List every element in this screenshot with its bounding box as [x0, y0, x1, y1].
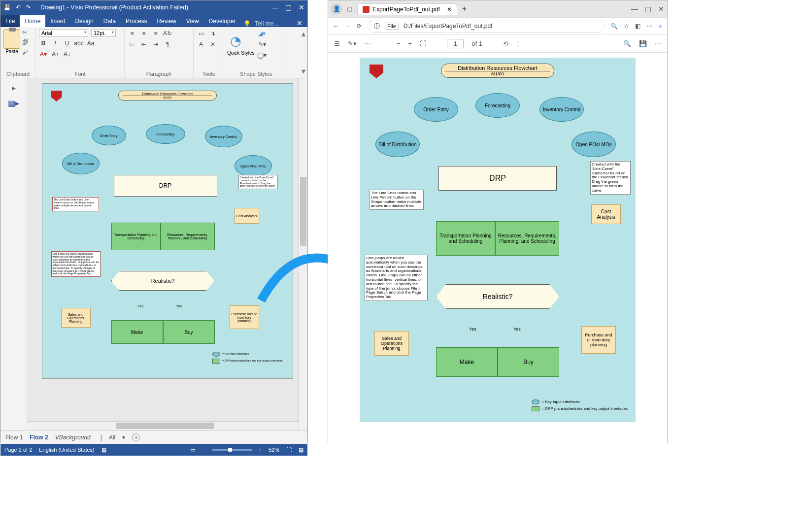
indent-inc-icon[interactable]: ⇥	[151, 40, 160, 49]
paste-button[interactable]: Paste	[3, 49, 20, 54]
shapes-expand-icon[interactable]: ▸	[12, 83, 16, 93]
tab-flow1[interactable]: Flow 1	[5, 434, 23, 441]
quick-styles-icon[interactable]: ◔	[227, 33, 244, 50]
font-name-select[interactable]: Arial	[39, 29, 88, 37]
tab-all[interactable]: All	[109, 434, 115, 441]
maximize-icon[interactable]: ▢	[645, 5, 651, 13]
browser-tab[interactable]: ExportPageToPdf_out.pdf ✕	[357, 3, 457, 15]
favorite-icon[interactable]: ☆	[624, 23, 629, 30]
quick-styles-button[interactable]: Quick Styles	[227, 50, 255, 56]
maximize-icon[interactable]: ▢	[285, 3, 292, 11]
horizontal-scrollbar[interactable]	[27, 421, 299, 430]
italic-button[interactable]: I	[51, 39, 60, 48]
tab-data[interactable]: Data	[99, 15, 121, 27]
align-bot-icon[interactable]: ≡	[151, 29, 160, 38]
presentation-icon[interactable]: ▭	[190, 447, 195, 453]
shrink-font-icon[interactable]: A↓	[63, 50, 71, 59]
split-icon[interactable]: ◧	[635, 23, 640, 30]
tab-insert[interactable]: Insert	[45, 15, 70, 27]
orient-icon[interactable]: A↻	[163, 29, 172, 38]
more-tools-icon[interactable]: ⋯	[365, 40, 371, 47]
para-icon[interactable]: ¶	[163, 40, 172, 49]
page-input[interactable]: 1	[447, 39, 464, 48]
new-tab-icon[interactable]: +	[462, 4, 467, 13]
line-button[interactable]: ✎▾	[258, 40, 267, 49]
rotate-icon[interactable]: ⟲	[503, 40, 508, 47]
tab-flow2[interactable]: Flow 2	[30, 434, 48, 441]
ribbon-collapse-icon[interactable]: ▴	[302, 29, 305, 38]
minimize-icon[interactable]: —	[631, 5, 638, 13]
copilot-icon[interactable]: ⟡	[658, 23, 662, 30]
more-icon[interactable]: ⋯	[655, 40, 661, 47]
zoom-in-icon[interactable]: +	[259, 447, 262, 453]
tab-review[interactable]: Review	[152, 15, 181, 27]
pageview-icon[interactable]: ▯	[516, 40, 520, 47]
find-icon[interactable]: 🔍	[623, 40, 631, 47]
close-icon[interactable]: ✕	[658, 5, 664, 13]
bold-button[interactable]: B	[39, 39, 48, 48]
back-icon[interactable]: ←	[333, 23, 339, 30]
copy-icon[interactable]: 🗐	[22, 39, 28, 46]
font-size-select[interactable]: 12pt.	[91, 29, 116, 37]
minimize-icon[interactable]: —	[271, 3, 278, 11]
address-bar[interactable]: ⓘ File D:/Files/ExportPageToPdf_out.pdf	[368, 20, 605, 33]
fit-width-icon[interactable]: ⛶	[286, 447, 292, 453]
effects-button[interactable]: ◯▾	[258, 51, 267, 60]
profile-icon[interactable]: 👤	[331, 3, 342, 14]
close-icon[interactable]: ✕	[299, 3, 304, 11]
paste-icon[interactable]	[3, 29, 20, 49]
add-page-icon[interactable]: +	[132, 433, 140, 441]
tab-home[interactable]: Home	[20, 15, 45, 27]
align-mid-icon[interactable]: ≡	[139, 29, 148, 38]
tab-vbackground[interactable]: VBackground	[55, 434, 91, 441]
fit-page-icon[interactable]: ▦	[299, 447, 303, 453]
status-lang[interactable]: English (United States)	[39, 447, 95, 453]
contents-icon[interactable]: ☰	[334, 40, 340, 47]
workspaces-icon[interactable]: ▢	[347, 5, 352, 12]
tab-developer[interactable]: Developer	[204, 15, 241, 27]
zoom-out-icon[interactable]: −	[397, 40, 401, 47]
macro-icon[interactable]: ▦	[101, 447, 106, 453]
cut-icon[interactable]: ✂	[22, 29, 28, 36]
visio-page[interactable]: Distribution Resources Flowchart 6/1/00 …	[42, 83, 293, 379]
vertical-scrollbar[interactable]	[299, 78, 307, 430]
indent-dec-icon[interactable]: ⇤	[139, 40, 148, 49]
format-painter-icon[interactable]: 🖌	[22, 49, 28, 56]
pdf-viewport[interactable]: Distribution Resources Flowchart 6/1/00 …	[328, 53, 667, 444]
highlight-icon[interactable]: ✎▾	[348, 40, 357, 47]
zoom-out-icon[interactable]: −	[202, 447, 205, 453]
forward-icon[interactable]: →	[345, 23, 351, 30]
font-color-button[interactable]: A▾	[39, 50, 48, 59]
tell-me[interactable]: Tell me...	[255, 20, 278, 27]
site-info-icon[interactable]: ⓘ	[374, 22, 380, 31]
connector-tool-icon[interactable]: ↴	[208, 29, 217, 38]
pointer-tool-icon[interactable]: ▭	[197, 29, 205, 38]
redo-icon[interactable]: ↷	[26, 4, 31, 11]
zoom-in-icon[interactable]: +	[408, 40, 412, 47]
tab-file[interactable]: File	[0, 15, 20, 27]
crop-tool-icon[interactable]: ✕	[208, 40, 217, 49]
undo-icon[interactable]: ↶	[16, 4, 21, 11]
ribbon-close-icon[interactable]: ✕	[297, 19, 303, 27]
grow-font-icon[interactable]: A↑	[51, 50, 60, 59]
tab-process[interactable]: Process	[121, 15, 152, 27]
fit-icon[interactable]: ⛶	[420, 40, 426, 47]
ribbon-expand-icon[interactable]: ▾	[302, 66, 305, 76]
text-tool-icon[interactable]: A	[197, 40, 205, 49]
zoom-reset-icon[interactable]: 🔍	[610, 23, 618, 30]
fill-button[interactable]: ◢▾	[258, 29, 267, 38]
menu-icon[interactable]: ⋯	[646, 23, 652, 30]
save-icon[interactable]: 💾	[639, 40, 647, 47]
bullets-icon[interactable]: ≔	[128, 40, 136, 49]
refresh-icon[interactable]: ⟳	[357, 23, 362, 30]
tab-close-icon[interactable]: ✕	[447, 6, 452, 13]
align-top-icon[interactable]: ≡	[128, 29, 136, 38]
zoom-level[interactable]: 52%	[269, 447, 279, 453]
stencil-icon[interactable]: ▦▸	[8, 99, 19, 108]
sizeup-icon[interactable]: Aa	[86, 39, 95, 48]
tab-design[interactable]: Design	[70, 15, 98, 27]
save-icon[interactable]: 💾	[3, 4, 11, 11]
tab-view[interactable]: View	[181, 15, 204, 27]
underline-button[interactable]: U	[63, 39, 71, 48]
strike-button[interactable]: abc	[74, 39, 83, 48]
